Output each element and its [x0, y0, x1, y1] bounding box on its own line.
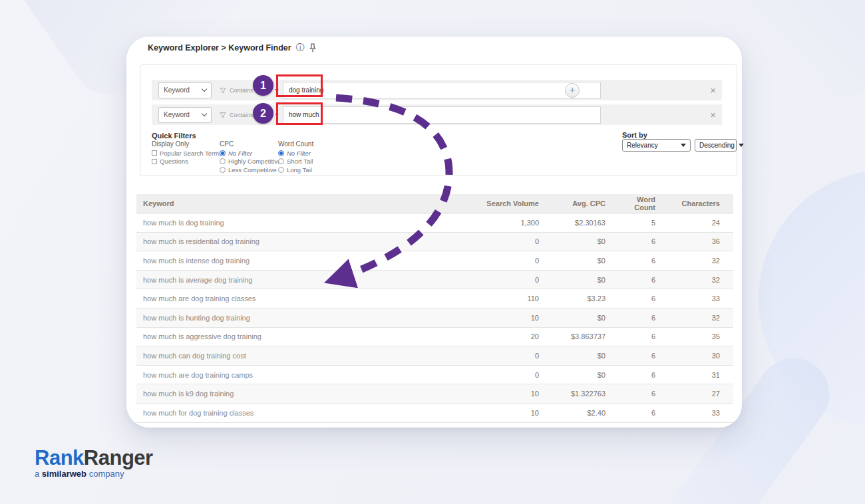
radio-icon[interactable] [278, 167, 284, 173]
value-cell: 0 [452, 352, 552, 360]
column-header[interactable]: Avg. CPC [552, 199, 618, 207]
value-cell: 6 [618, 409, 669, 417]
quick-filter-group: CPCNo FilterHighly CompetitiveLess Compe… [220, 140, 278, 174]
sort-direction-select[interactable]: Descending [695, 139, 737, 152]
remove-filter-row-icon[interactable]: × [710, 110, 716, 120]
value-cell: 6 [618, 332, 669, 340]
value-cell: $0 [552, 276, 618, 284]
keyword-cell[interactable]: how much is residential dog training [136, 237, 452, 245]
caret-down-icon [739, 144, 744, 147]
radio-option[interactable]: Short Tail [278, 158, 341, 166]
results-table: KeywordSearch VolumeAvg. CPCWord CountCh… [136, 194, 733, 423]
value-cell: 6 [618, 352, 669, 360]
value-cell: $0 [552, 314, 618, 322]
value-cell: $0 [552, 371, 618, 379]
radio-option[interactable]: Less Competitive [220, 166, 278, 174]
value-cell: 5 [618, 219, 669, 227]
keyword-cell[interactable]: how much can dog training cost [136, 352, 452, 360]
add-keyword-button[interactable]: + [565, 83, 580, 98]
value-cell: 35 [669, 332, 733, 340]
column-header[interactable]: Word Count [618, 195, 669, 211]
keyword-cell[interactable]: how much is average dog training [136, 276, 452, 284]
value-cell: 0 [452, 237, 552, 245]
table-row: how much is intense dog training0$0632 [136, 251, 733, 271]
column-header[interactable]: Keyword [136, 199, 452, 207]
keyword-cell[interactable]: how much are dog training classes [136, 295, 452, 303]
radio-icon[interactable] [278, 158, 284, 164]
value-cell: 27 [669, 390, 733, 398]
radio-option[interactable]: Long Tail [278, 166, 341, 174]
chevron-down-icon [202, 111, 207, 116]
info-icon[interactable]: ⓘ [296, 42, 305, 54]
checkbox-option[interactable]: Questions [152, 158, 220, 166]
value-cell: 20 [452, 332, 552, 340]
keyword-cell[interactable]: how much is intense dog training [136, 257, 452, 265]
filter-row-2: Keyword Contains × [152, 104, 722, 125]
logo-tagline: a similarweb company [35, 469, 153, 479]
keyword-cell[interactable]: how much is dog training [136, 219, 452, 227]
column-header[interactable]: Search Volume [452, 199, 552, 207]
table-row: how much is hunting dog training10$0632 [136, 309, 733, 328]
caret-down-icon [275, 89, 279, 92]
checkbox-option[interactable]: Popular Search Terms [152, 149, 220, 158]
remove-filter-row-icon[interactable]: × [710, 85, 716, 95]
sort-by-label: Sort by [622, 131, 647, 139]
value-cell: 33 [669, 295, 733, 303]
radio-option[interactable]: No Filter [278, 149, 341, 158]
keyword-input-wrap [283, 106, 601, 124]
keyword-input-2[interactable] [283, 106, 601, 124]
option-label: Popular Search Terms [160, 150, 222, 157]
value-cell: 0 [452, 371, 552, 379]
radio-icon[interactable] [220, 167, 226, 173]
logo-rank: Rank [35, 446, 84, 469]
keyword-input-1[interactable] [283, 82, 601, 99]
radio-option[interactable]: Highly Competitive [220, 158, 278, 166]
pin-icon[interactable] [309, 43, 316, 53]
keyword-cell[interactable]: how much is hunting dog training [136, 314, 452, 322]
value-cell: 32 [669, 314, 733, 322]
column-header[interactable]: Characters [669, 199, 733, 207]
value-cell: $2.30163 [552, 219, 618, 227]
checkbox-icon[interactable] [152, 159, 157, 164]
field-dropdown[interactable]: Keyword [158, 107, 212, 123]
keyword-cell[interactable]: how much is k9 dog training [136, 390, 452, 398]
option-label: Long Tail [287, 166, 312, 174]
table-row: how much is aggressive dog training20$3.… [136, 328, 733, 347]
annotation-step-2-badge: 2 [253, 103, 273, 124]
table-row: how much are dog training classes110$3.2… [136, 289, 733, 309]
radio-option[interactable]: No Filter [220, 149, 278, 158]
tagline-pre: a [35, 469, 42, 479]
tagline-post: company [86, 469, 124, 479]
radio-icon[interactable] [278, 150, 284, 156]
radio-icon[interactable] [220, 150, 226, 156]
keyword-cell[interactable]: how much for dog training classes [136, 409, 452, 417]
funnel-icon [220, 109, 226, 121]
value-cell: 32 [669, 257, 733, 265]
annotation-step-1-badge: 1 [253, 75, 273, 96]
keyword-cell[interactable]: how much are dog training camps [136, 371, 452, 379]
value-cell: $1.322763 [552, 390, 618, 398]
value-cell: 32 [669, 276, 733, 284]
sort-field-select[interactable]: Relevancy [622, 139, 691, 152]
table-row: how much is residential dog training0$06… [136, 233, 733, 252]
caret-down-icon [275, 114, 279, 116]
value-cell: $0 [552, 237, 618, 245]
keyword-cell[interactable]: how much is aggressive dog training [136, 332, 452, 340]
field-dropdown[interactable]: Keyword [158, 82, 212, 98]
value-cell: 1,300 [452, 219, 552, 227]
checkbox-icon[interactable] [152, 150, 157, 156]
operator-label: Contains [230, 112, 254, 118]
radio-icon[interactable] [220, 158, 226, 164]
filter-row-1: Keyword Contains + × [152, 80, 722, 100]
option-label: Short Tail [287, 158, 313, 165]
value-cell: 6 [618, 314, 669, 322]
value-cell: 30 [669, 352, 733, 360]
table-row: how much can dog training cost0$0630 [136, 346, 733, 366]
value-cell: 33 [669, 409, 733, 417]
rank-ranger-logo: RankRanger a similarweb company [35, 448, 153, 479]
sort-field-value: Relevancy [627, 142, 658, 149]
page: Keyword Explorer > Keyword Finder ⓘ Keyw… [0, 0, 865, 504]
value-cell: 6 [618, 276, 669, 284]
quick-filters-title: Quick Filters [152, 132, 196, 140]
option-label: Questions [160, 158, 188, 165]
